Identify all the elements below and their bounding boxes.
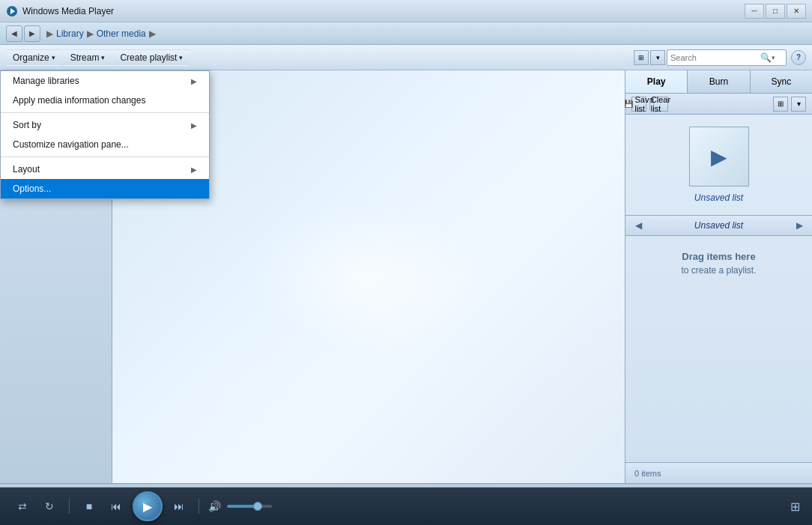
right-panel-view-button[interactable]: ▾ <box>791 97 806 112</box>
search-icon[interactable]: 🔍 <box>760 52 772 63</box>
repeat-button[interactable]: ↻ <box>39 496 60 517</box>
breadcrumb-sep1: ▶ <box>46 28 53 39</box>
menu-item-sort-by[interactable]: Sort by ▶ <box>1 115 209 135</box>
breadcrumb-sep2: ▶ <box>87 28 94 39</box>
app-icon <box>6 5 18 17</box>
maximize-button[interactable]: □ <box>766 4 785 19</box>
clear-list-label: Clear list <box>651 95 670 113</box>
transport-sep2 <box>199 499 199 514</box>
nav-prev-button[interactable]: ◀ <box>631 219 645 232</box>
menu-item-customize-nav-label: Customize navigation pane... <box>13 139 129 150</box>
stream-arrow-icon: ▾ <box>101 54 105 61</box>
menu-item-sort-by-arrow: ▶ <box>191 121 197 130</box>
unsaved-list-title: Unsaved list <box>682 192 755 203</box>
create-playlist-button[interactable]: Create playlist ▾ <box>113 49 190 66</box>
transport-bar: ⇄ ↻ ■ ⏮ ▶ ⏭ 🔊 ⊞ <box>0 488 812 525</box>
shuffle-button[interactable]: ⇄ <box>12 496 33 517</box>
prev-button[interactable]: ⏮ <box>106 496 127 517</box>
next-button[interactable]: ⏭ <box>169 496 190 517</box>
view-dropdown-button[interactable]: ▾ <box>650 50 665 65</box>
play-button[interactable]: ▶ <box>133 491 163 521</box>
menu-item-sort-by-label: Sort by <box>13 120 41 130</box>
menu-item-apply-media-info[interactable]: Apply media information changes <box>1 91 209 110</box>
tab-play[interactable]: Play <box>625 70 688 93</box>
tab-burn-label: Burn <box>709 76 728 87</box>
volume-slider[interactable] <box>227 505 272 508</box>
nav-title: Unsaved list <box>645 220 793 231</box>
transport-sep1 <box>69 499 70 514</box>
tab-sync-label: Sync <box>771 76 791 87</box>
right-panel-footer: 0 items <box>625 462 812 483</box>
menu-item-layout[interactable]: Layout ▶ <box>1 160 209 179</box>
breadcrumb-sep3: ▶ <box>149 28 156 39</box>
toolbar: Organize ▾ Stream ▾ Create playlist ▾ ⊞ … <box>0 45 812 70</box>
menu-item-options-label: Options... <box>13 183 51 194</box>
volume-icon[interactable]: 🔊 <box>208 500 221 512</box>
tab-sync[interactable]: Sync <box>751 70 812 93</box>
breadcrumb-other-media[interactable]: Other media <box>97 28 146 39</box>
menu-item-manage-libraries-label: Manage libraries <box>13 76 79 86</box>
search-input[interactable] <box>670 53 760 62</box>
right-panel-nav: ◀ Unsaved list ▶ <box>625 215 812 236</box>
right-panel-content: ▶ Unsaved list ◀ Unsaved list ▶ Drag ite… <box>625 115 812 462</box>
drag-sub-text: to create a playlist. <box>681 265 756 276</box>
search-box: 🔍 ▾ <box>667 49 787 66</box>
app-title: Windows Media Player <box>22 6 745 16</box>
breadcrumb-library[interactable]: Library <box>56 28 84 39</box>
minimize-button[interactable]: ─ <box>745 4 764 19</box>
save-list-button[interactable]: 💾 Save list <box>631 97 646 112</box>
window-controls: ─ □ ✕ <box>745 4 806 19</box>
drag-main-text: Drag items here <box>681 251 756 262</box>
organize-arrow-icon: ▾ <box>52 54 55 61</box>
title-bar: Windows Media Player ─ □ ✕ <box>0 0 812 22</box>
create-playlist-label: Create playlist <box>120 52 177 63</box>
menu-separator-2 <box>1 157 209 157</box>
stream-label: Stream <box>70 52 100 63</box>
breadcrumb: ▶ Library ▶ Other media ▶ <box>46 28 156 39</box>
drag-here-area: Drag items here to create a playlist. <box>669 251 768 276</box>
playlist-icon-area: ▶ <box>689 127 749 186</box>
menu-item-layout-label: Layout <box>13 164 40 175</box>
menu-item-options[interactable]: Options... <box>1 179 209 198</box>
close-button[interactable]: ✕ <box>787 4 806 19</box>
switch-view-button[interactable]: ⊞ <box>790 500 800 514</box>
back-button[interactable]: ◀ <box>6 25 22 42</box>
nav-next-button[interactable]: ▶ <box>793 219 806 232</box>
menu-item-apply-media-info-label: Apply media information changes <box>13 95 145 106</box>
help-button[interactable]: ? <box>791 50 806 65</box>
menu-item-manage-libraries-arrow: ▶ <box>191 77 197 85</box>
right-panel-option-button[interactable]: ⊞ <box>773 97 788 112</box>
view-toggle-button[interactable]: ⊞ <box>634 50 649 65</box>
organize-dropdown-menu: Manage libraries ▶ Apply media informati… <box>0 70 210 199</box>
tab-play-label: Play <box>647 76 666 87</box>
save-icon: 💾 <box>624 100 633 108</box>
menu-item-customize-nav[interactable]: Customize navigation pane... <box>1 135 209 154</box>
nav-bar: ◀ ▶ ▶ Library ▶ Other media ▶ <box>0 22 812 45</box>
menu-separator-1 <box>1 112 209 113</box>
organize-label: Organize <box>13 52 49 63</box>
menu-item-manage-libraries[interactable]: Manage libraries ▶ <box>1 71 209 91</box>
organize-button[interactable]: Organize ▾ <box>6 49 62 66</box>
stop-button[interactable]: ■ <box>79 496 100 517</box>
playlist-play-icon: ▶ <box>711 145 727 169</box>
search-dropdown-icon[interactable]: ▾ <box>772 54 775 61</box>
clear-list-button[interactable]: Clear list <box>653 97 668 112</box>
stream-button[interactable]: Stream ▾ <box>64 49 112 66</box>
right-panel-toolbar: 💾 Save list Clear list ⊞ ▾ <box>625 94 812 115</box>
right-panel: Play Burn Sync 💾 Save list Clear list ⊞ … <box>625 70 812 483</box>
right-panel-tabs: Play Burn Sync <box>625 70 812 94</box>
create-playlist-arrow-icon: ▾ <box>179 54 183 61</box>
tab-burn[interactable]: Burn <box>688 70 750 93</box>
menu-item-layout-arrow: ▶ <box>191 166 197 174</box>
items-count: 0 items <box>634 469 661 478</box>
forward-button[interactable]: ▶ <box>24 25 40 42</box>
